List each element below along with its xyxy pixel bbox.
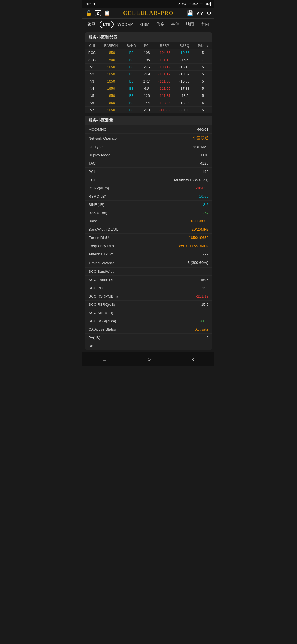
meas-value: 1506 bbox=[200, 278, 208, 282]
meas-row: BB bbox=[85, 342, 212, 350]
nav-home-icon[interactable]: ○ bbox=[147, 356, 151, 363]
signal-bars-icon: ▪▪▪ bbox=[188, 2, 191, 6]
meas-value: 2x2 bbox=[202, 252, 208, 256]
meas-label: Duplex Mode bbox=[89, 153, 201, 157]
table-cell: -111.19 bbox=[154, 56, 175, 64]
cell-table-header-cell: Cell bbox=[85, 42, 99, 49]
meas-value: -111.19 bbox=[196, 294, 208, 298]
meas-value: FDD bbox=[201, 153, 208, 157]
meas-value: NORMAL bbox=[193, 145, 208, 149]
table-cell: -15.19 bbox=[175, 64, 194, 71]
clipboard-icon[interactable]: 📋 bbox=[104, 10, 110, 16]
nav-item-LTE[interactable]: LTE bbox=[100, 21, 114, 28]
meas-row: RSRP(dBm)-104.56 bbox=[85, 184, 212, 192]
save-icon[interactable]: 💾 bbox=[187, 10, 193, 16]
table-cell: B3 bbox=[123, 92, 140, 99]
settings-icon[interactable]: ⚙ bbox=[207, 10, 211, 16]
nav-item-GSM[interactable]: GSM bbox=[138, 21, 152, 28]
table-cell: B3 bbox=[123, 107, 140, 114]
table-cell: 1650 bbox=[99, 99, 123, 107]
table-cell: -10.56 bbox=[175, 49, 194, 56]
table-cell: N6 bbox=[85, 99, 99, 107]
nav-bar: 锁网LTEWCDMAGSM信令事件地图室内 bbox=[82, 19, 215, 30]
nav-back-icon[interactable]: ‹ bbox=[192, 356, 194, 363]
table-cell: 1650 bbox=[99, 78, 123, 85]
table-cell: B3 bbox=[123, 49, 140, 56]
measurements-title: 服务小区测量 bbox=[85, 116, 212, 125]
measurements-section: 服务小区测量 MCC/MNC460/01Network Operator中国联通… bbox=[85, 116, 212, 350]
table-cell: 5 bbox=[194, 107, 212, 114]
cell-table-body: PCC1650B3196-104.56-10.565SCC1506B3196-1… bbox=[85, 49, 212, 114]
table-cell: 1650 bbox=[99, 64, 123, 71]
table-cell: B3 bbox=[123, 71, 140, 78]
meas-label: SINR(dB) bbox=[89, 203, 203, 207]
app-title: Cellular-Pro bbox=[113, 10, 184, 16]
meas-label: SCC PCI bbox=[89, 286, 202, 290]
table-cell: N7 bbox=[85, 107, 99, 114]
meas-row: BandB3(1800+) bbox=[85, 217, 212, 225]
table-row: N61650B3144-113.44-18.445 bbox=[85, 99, 212, 107]
cell-table: CellEARFCNBANDPCIRSRPRSRQPriority PCC165… bbox=[85, 42, 212, 113]
cell-table-header-pci: PCI bbox=[140, 42, 154, 49]
table-cell: -20.06 bbox=[175, 107, 194, 114]
meas-row: RSSI(dBm)-74 bbox=[85, 209, 212, 217]
nav-item-WCDMA[interactable]: WCDMA bbox=[115, 21, 136, 28]
table-cell: 126 bbox=[140, 92, 154, 99]
meas-row: RSRQ(dB)-10.56 bbox=[85, 192, 212, 201]
status-right-icons: ↗ 4G ▪▪▪ 4G⁺ ▪▪▪ 82 bbox=[177, 2, 211, 6]
table-cell: 5 bbox=[194, 85, 212, 92]
table-cell: -18.5 bbox=[175, 92, 194, 99]
meas-label: MCC/MNC bbox=[89, 127, 197, 132]
meas-row: ECI4830595(18869-131) bbox=[85, 176, 212, 184]
antenna-icon[interactable]: ∧∨ bbox=[196, 10, 204, 16]
table-cell: -17.88 bbox=[175, 85, 194, 92]
nav-item-事件[interactable]: 事件 bbox=[168, 20, 182, 28]
meas-label: RSRP(dBm) bbox=[89, 186, 196, 190]
table-cell: -18.44 bbox=[175, 99, 194, 107]
table-cell: 1650 bbox=[99, 85, 123, 92]
table-cell: -104.56 bbox=[154, 49, 175, 56]
table-row: N51650B3126-111.81-18.55 bbox=[85, 92, 212, 99]
table-cell: 1506 bbox=[99, 56, 123, 64]
table-cell: -111.81 bbox=[154, 92, 175, 99]
cell-table-header-earfcn: EARFCN bbox=[99, 42, 123, 49]
meas-value: Activate bbox=[195, 327, 208, 331]
table-cell: B3 bbox=[123, 78, 140, 85]
table-cell: N4 bbox=[85, 85, 99, 92]
meas-label: SCC RSRP(dBm) bbox=[89, 294, 196, 298]
meas-value: -15.5 bbox=[200, 302, 208, 307]
table-cell: SCC bbox=[85, 56, 99, 64]
table-cell: -18.62 bbox=[175, 71, 194, 78]
nav-item-锁网[interactable]: 锁网 bbox=[85, 20, 98, 28]
cell-table-header-rsrq: RSRQ bbox=[175, 42, 194, 49]
meas-label: SCC RSSI(dBm) bbox=[89, 319, 200, 323]
table-cell: - bbox=[194, 56, 212, 64]
table-cell: -108.12 bbox=[154, 64, 175, 71]
nav-item-地图[interactable]: 地图 bbox=[183, 20, 197, 28]
meas-row: Timing Advance5 (390.60米) bbox=[85, 258, 212, 268]
nav-item-室内[interactable]: 室内 bbox=[198, 20, 212, 28]
nav-menu-icon[interactable]: ≡ bbox=[103, 356, 106, 363]
nav-item-信令[interactable]: 信令 bbox=[153, 20, 167, 28]
badge-button[interactable]: 2 bbox=[95, 10, 101, 16]
table-row: N21650B3249-111.12-18.625 bbox=[85, 71, 212, 78]
meas-value: 1850.0/1755.0MHz bbox=[177, 244, 208, 248]
table-row: N11650B3275-108.12-15.195 bbox=[85, 64, 212, 71]
meas-value: 196 bbox=[202, 170, 208, 174]
signal-bars2-icon: ▪▪▪ bbox=[200, 2, 204, 6]
meas-label: Timing Advance bbox=[89, 261, 188, 265]
cell-table-title: 服务小区和邻区 bbox=[85, 32, 212, 42]
meas-label: Antenna Tx/Rx bbox=[89, 252, 202, 256]
cell-table-section: 服务小区和邻区 CellEARFCNBANDPCIRSRPRSRQPriorit… bbox=[85, 32, 212, 113]
meas-label: PA(dB) bbox=[89, 335, 206, 340]
lock-icon[interactable]: 🔓 bbox=[86, 10, 92, 16]
meas-label: RSRQ(dB) bbox=[89, 194, 198, 198]
meas-label: ECI bbox=[89, 178, 174, 182]
table-cell: 1650 bbox=[99, 92, 123, 99]
table-cell: PCC bbox=[85, 49, 99, 56]
meas-value: 5 (390.60米) bbox=[188, 260, 208, 265]
table-cell: 1650 bbox=[99, 49, 123, 56]
meas-value: 196 bbox=[202, 286, 208, 290]
signal-arrow-icon: ↗ bbox=[177, 2, 180, 6]
meas-label: BB bbox=[89, 344, 208, 348]
